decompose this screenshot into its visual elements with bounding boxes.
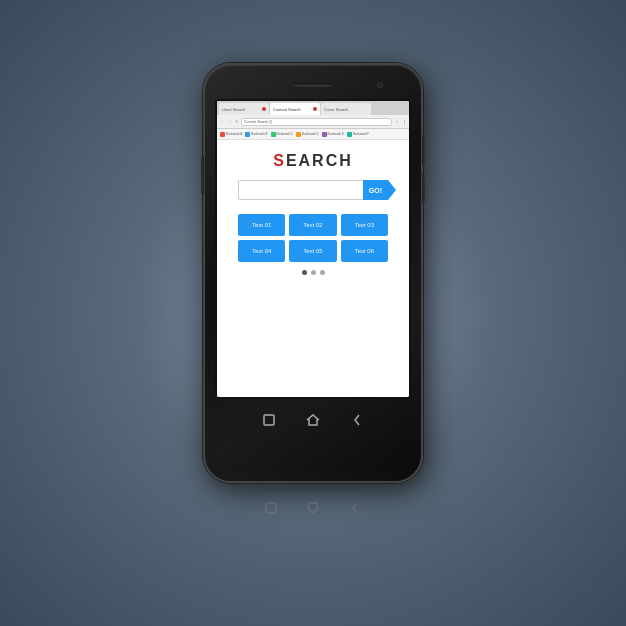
- tab-3-label: Cover Search: [324, 107, 348, 112]
- scene: Liked Search Content Search Cover Search: [203, 63, 423, 563]
- search-title: SEARCH: [273, 152, 353, 170]
- search-input[interactable]: [238, 180, 363, 200]
- phone-bottom-nav: [213, 407, 413, 433]
- reflection-back-icon: [348, 501, 362, 519]
- dots-row: [302, 270, 325, 275]
- search-title-s: S: [273, 152, 286, 169]
- browser-tab-1[interactable]: Liked Search: [219, 103, 269, 115]
- back-nav-icon[interactable]: [349, 412, 365, 428]
- tab-2-label: Content Search: [273, 107, 301, 112]
- browser-chrome: Liked Search Content Search Cover Search: [217, 101, 409, 140]
- bookmark-5-label: Bookmark E: [328, 132, 344, 136]
- go-arrow: [388, 180, 396, 200]
- tab-1-close[interactable]: [262, 107, 266, 111]
- bookmark-4-label: Bookmark D: [302, 132, 319, 136]
- grid-btn-3-label: Text 03: [355, 222, 374, 228]
- browser-tab-2[interactable]: Content Search: [270, 103, 320, 115]
- go-button[interactable]: GO!: [363, 180, 388, 200]
- speaker: [293, 83, 333, 87]
- volume-down-button[interactable]: [422, 173, 425, 203]
- search-title-rest: EARCH: [286, 152, 353, 169]
- dot-3[interactable]: [320, 270, 325, 275]
- svg-rect-1: [266, 503, 276, 513]
- grid-btn-6[interactable]: Text 06: [341, 240, 388, 262]
- bookmark-3-icon: [271, 132, 276, 137]
- back-nav-btn[interactable]: ←: [220, 119, 225, 124]
- grid-btn-4[interactable]: Text 04: [238, 240, 285, 262]
- search-box-row: GO!: [238, 180, 388, 200]
- browser-tabs: Liked Search Content Search Cover Search: [217, 101, 409, 115]
- reflection-square-icon: [264, 501, 278, 519]
- phone-top: [213, 77, 413, 93]
- screen: Liked Search Content Search Cover Search: [217, 101, 409, 397]
- go-label: GO!: [369, 187, 382, 194]
- home-nav-icon[interactable]: [305, 412, 321, 428]
- reflection: [203, 483, 423, 563]
- grid-btn-5-label: Text 05: [303, 248, 322, 254]
- tab-2-close[interactable]: [313, 107, 317, 111]
- grid-btn-2-label: Text 02: [303, 222, 322, 228]
- bookmark-4-icon: [296, 132, 301, 137]
- dot-1[interactable]: [302, 270, 307, 275]
- grid-btn-5[interactable]: Text 05: [289, 240, 336, 262]
- bookmark-6-icon: [347, 132, 352, 137]
- grid-btn-4-label: Text 04: [252, 248, 271, 254]
- dot-2[interactable]: [311, 270, 316, 275]
- bookmark-3[interactable]: Bookmark C: [271, 132, 294, 137]
- reflection-home-icon: [306, 501, 320, 519]
- bookmark-2[interactable]: Bookmark B: [245, 132, 267, 137]
- bookmark-1[interactable]: Bookmark A: [220, 132, 242, 137]
- browser-bookmarks: Bookmark A Bookmark B Bookmark C Bo: [217, 129, 409, 140]
- address-bar[interactable]: Content Search Q: [241, 118, 392, 126]
- reflection-icons: [264, 501, 362, 519]
- power-button[interactable]: [201, 155, 204, 195]
- grid-btn-6-label: Text 06: [355, 248, 374, 254]
- grid-btn-3[interactable]: Text 03: [341, 214, 388, 236]
- bookmark-3-label: Bookmark C: [277, 132, 294, 136]
- star-btn[interactable]: ☆: [394, 119, 399, 124]
- bookmark-6-label: Bookmark F: [353, 132, 369, 136]
- refresh-btn[interactable]: ↻: [234, 119, 239, 124]
- square-nav-icon[interactable]: [261, 412, 277, 428]
- bookmark-1-icon: [220, 132, 225, 137]
- bookmark-6[interactable]: Bookmark F: [347, 132, 369, 137]
- grid-btn-2[interactable]: Text 02: [289, 214, 336, 236]
- bookmark-5[interactable]: Bookmark E: [322, 132, 344, 137]
- bookmark-4[interactable]: Bookmark D: [296, 132, 319, 137]
- bookmark-1-label: Bookmark A: [226, 132, 242, 136]
- reflection-body: [203, 468, 423, 486]
- grid-btn-1-label: Text 01: [252, 222, 271, 228]
- browser-controls: ← → ↻ Content Search Q ☆ ⋮: [217, 115, 409, 129]
- address-text: Content Search Q: [244, 120, 272, 124]
- grid-btn-1[interactable]: Text 01: [238, 214, 285, 236]
- bookmark-2-icon: [245, 132, 250, 137]
- browser-content: SEARCH GO! Text 01: [217, 140, 409, 397]
- front-camera: [377, 82, 383, 88]
- screen-bezel: Liked Search Content Search Cover Search: [215, 99, 411, 399]
- grid-buttons: Text 01 Text 02 Text 03 Text 04 Text 05: [238, 214, 388, 262]
- bookmark-5-icon: [322, 132, 327, 137]
- volume-up-button[interactable]: [422, 135, 425, 165]
- phone: Liked Search Content Search Cover Search: [203, 63, 423, 483]
- browser-tab-3[interactable]: Cover Search: [321, 103, 371, 115]
- svg-rect-0: [264, 415, 274, 425]
- forward-nav-btn[interactable]: →: [227, 119, 232, 124]
- tab-1-label: Liked Search: [222, 107, 245, 112]
- bookmark-2-label: Bookmark B: [251, 132, 267, 136]
- menu-btn[interactable]: ⋮: [401, 119, 406, 124]
